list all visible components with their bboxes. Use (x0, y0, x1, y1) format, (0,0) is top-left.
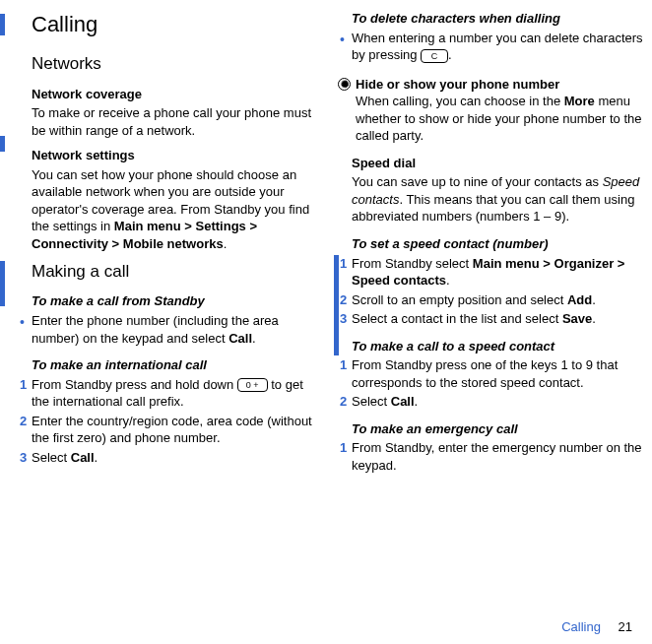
step-3: 3 Select Call. (32, 449, 324, 467)
right-column: To delete characters when dialling • Whe… (340, 10, 644, 477)
subhead-network-settings: Network settings (32, 147, 324, 164)
step-number: 1 (340, 255, 347, 273)
text: From Standby press one of the keys 1 to … (352, 357, 618, 390)
footer-page-number: 21 (619, 619, 632, 634)
text: When entering a number you can delete ch… (352, 31, 643, 63)
subhead-network-coverage: Network coverage (32, 86, 324, 103)
step-1: 1 From Standby, enter the emergency numb… (352, 439, 644, 474)
text: Scroll to an empty position and select (352, 292, 567, 307)
text: Select a contact in the list and select (352, 311, 562, 326)
text: . (224, 236, 228, 251)
step-1: 1 From Standby select Main menu > Organi… (352, 255, 644, 290)
text: . (252, 331, 256, 346)
text: Enter the country/region code, area code… (32, 414, 312, 446)
step-number: 3 (340, 310, 347, 328)
text: . (592, 311, 596, 326)
step-number: 3 (20, 449, 27, 467)
step-number: 1 (340, 439, 347, 457)
tip-title: Hide or show your phone number (356, 77, 559, 92)
blue-bar (0, 136, 5, 152)
footer-section-label: Calling (561, 619, 601, 634)
text: . (592, 292, 596, 307)
bold-call: Call (391, 394, 415, 409)
step-number: 1 (20, 376, 27, 394)
text: . (95, 450, 98, 465)
text: You can save up to nine of your contacts… (352, 174, 603, 189)
subhead-set-speed: To set a speed contact (number) (352, 235, 644, 253)
text-network-settings: You can set how your phone should choose… (32, 166, 324, 253)
text: Select (32, 450, 71, 465)
tip-icon: ✺ (338, 78, 351, 91)
blue-bar (334, 255, 339, 355)
text-network-coverage: To make or receive a phone call your pho… (32, 104, 324, 139)
text: . (448, 47, 452, 62)
step-1: 1 From Standby press and hold down 0 + t… (32, 376, 324, 411)
bullet-item: • When entering a number you can delete … (352, 30, 644, 64)
section-making-call: Making a call (32, 261, 324, 284)
subhead-delete-chars: To delete characters when dialling (352, 10, 644, 28)
text: From Standby select (352, 256, 473, 271)
text: From Standby, enter the emergency number… (352, 440, 642, 473)
bullet-icon: • (20, 315, 25, 329)
step-3: 3 Select a contact in the list and selec… (352, 310, 644, 328)
subhead-intl-call: To make an international call (32, 356, 324, 374)
page-footer: Calling 21 (561, 618, 632, 636)
step-number: 2 (340, 291, 347, 309)
step-1: 1 From Standby press one of the keys 1 t… (352, 356, 644, 391)
section-networks: Networks (32, 53, 324, 76)
bold-call: Call (228, 331, 252, 346)
step-block: 1 From Standby select Main menu > Organi… (352, 255, 644, 328)
bold-call: Call (71, 450, 95, 465)
step-2: 2 Enter the country/region code, area co… (32, 413, 324, 447)
step-number: 1 (340, 356, 347, 374)
blue-bar (0, 14, 5, 35)
subhead-call-speed: To make a call to a speed contact (352, 338, 644, 355)
text: . (446, 273, 450, 288)
text: . (415, 394, 419, 409)
text: Select (352, 394, 391, 409)
key-c-icon: C (421, 49, 448, 63)
subhead-emergency: To make an emergency call (352, 420, 644, 438)
text: From Standby press and hold down (32, 377, 237, 392)
bullet-item: • Enter the phone number (including the … (32, 312, 324, 347)
left-column: Calling Networks Network coverage To mak… (20, 10, 324, 477)
subhead-call-standby: To make a call from Standby (32, 292, 324, 310)
tip-hide-show-number: ✺ Hide or show your phone number When ca… (352, 76, 644, 145)
bold-more: More (564, 94, 595, 108)
step-2: 2 Scroll to an empty position and select… (352, 291, 644, 309)
bold-add: Add (567, 292, 592, 307)
text: When calling, you can choose in the (356, 94, 564, 108)
bullet-icon: • (340, 32, 345, 46)
key-zero-plus-icon: 0 + (237, 378, 268, 392)
subhead-speed-dial: Speed dial (352, 155, 644, 172)
page: Calling Networks Network coverage To mak… (0, 0, 652, 477)
step-number: 2 (20, 413, 27, 430)
bold-save: Save (562, 311, 592, 326)
step-2: 2 Select Call. (352, 393, 644, 411)
step-number: 2 (340, 393, 347, 411)
text-speed-dial: You can save up to nine of your contacts… (352, 173, 644, 225)
blue-bar (0, 261, 5, 306)
page-title: Calling (20, 10, 324, 39)
